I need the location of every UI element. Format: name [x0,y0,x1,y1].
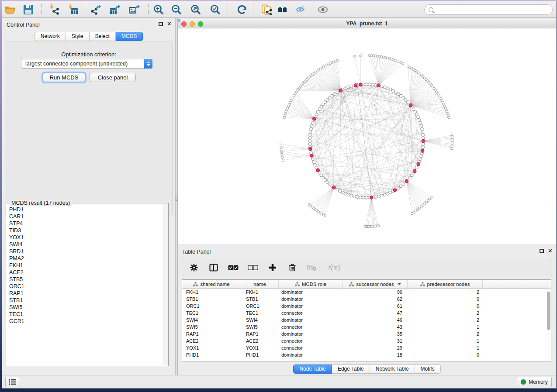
mcds-result-item[interactable]: SRD1 [9,248,163,255]
table-row-YOX1[interactable]: YOX1YOX1connector291 [182,344,551,351]
add-column-button[interactable] [267,262,278,273]
maximize-window-icon[interactable] [198,21,203,27]
hide-selected-button[interactable] [294,3,307,16]
mcds-hub-node[interactable] [310,154,314,158]
export-table-button[interactable] [108,3,121,16]
mcds-result-item[interactable]: STP4 [9,220,163,227]
table-settings-button[interactable] [188,262,200,273]
table-row-RAP1[interactable]: RAP1RAP1dominator352 [182,330,551,337]
clone-network-button[interactable] [260,3,273,16]
close-table-panel-icon[interactable]: ✕ [548,249,553,253]
close-window-icon[interactable] [181,21,187,27]
task-history-button[interactable] [5,377,20,387]
table-row-SWI4[interactable]: SWI4SWI4dominator462 [182,316,551,323]
mcds-hub-node[interactable] [421,149,424,153]
tab-style[interactable]: Style [66,32,90,41]
import-table-button[interactable] [66,3,80,16]
show-all-button[interactable] [316,3,329,16]
mcds-result-item[interactable]: RAP1 [9,290,163,297]
export-network-button[interactable] [89,3,102,16]
mcds-result-item[interactable]: PHD1 [9,206,163,213]
close-panel-icon[interactable]: ✕ [167,22,172,26]
float-table-panel-icon[interactable] [540,249,544,253]
network-canvas[interactable] [178,28,556,244]
memory-button[interactable]: Memory [517,377,552,387]
mcds-hub-node[interactable] [393,189,397,192]
zoom-out-button[interactable] [170,3,183,16]
mcds-result-item[interactable]: STB5 [9,276,163,283]
table-row-PHD1[interactable]: PHD1PHD1dominator180 [182,351,551,358]
mcds-hub-node[interactable] [312,117,316,120]
mcds-result-item[interactable]: FKH1 [9,262,163,269]
mcds-hub-node[interactable] [316,168,320,172]
zoom-fit-button[interactable] [189,3,202,16]
tab-network[interactable]: Network [35,32,66,41]
mcds-result-item[interactable]: SWI5 [9,304,163,311]
tab-mcds[interactable]: MCDS [116,32,143,41]
tab-edge-table[interactable]: Edge Table [332,364,370,374]
mcds-result-item[interactable]: PMA2 [9,255,163,262]
minimize-window-icon[interactable] [190,21,195,27]
column-header-successor-nodes[interactable]: successor nodes [343,280,408,288]
delete-column-button[interactable] [287,262,298,273]
mcds-hub-node[interactable] [308,147,312,151]
mcds-hub-node[interactable] [354,84,357,87]
tab-node-table[interactable]: Node Table [293,364,332,374]
column-header-MCDS-role[interactable]: MCDS role [279,280,343,288]
mcds-result-item[interactable]: ORC1 [9,283,163,290]
mcds-result-item[interactable]: GCR1 [9,318,163,325]
show-columns-button[interactable] [208,262,219,273]
deselect-all-button[interactable] [247,262,259,273]
save-session-button[interactable] [22,3,35,16]
export-image-button[interactable] [128,3,141,16]
select-all-button[interactable] [228,262,239,273]
mcds-hub-node[interactable] [377,84,380,87]
tab-select[interactable]: Select [90,32,116,41]
mcds-hub-node[interactable] [332,186,336,189]
network-graph[interactable] [178,28,557,244]
mcds-hub-node[interactable] [417,162,420,166]
first-neighbors-button[interactable] [276,3,289,16]
open-file-button[interactable] [3,3,17,16]
zoom-selected-button[interactable] [209,3,222,16]
column-header-predecessor-nodes[interactable]: predecessor nodes [408,280,483,288]
resize-corner-handle[interactable] [178,19,180,22]
table-scrollbar[interactable] [546,289,550,361]
mcds-hub-node[interactable] [359,83,363,86]
node-table[interactable]: shared namenameMCDS rolesuccessor nodesp… [182,279,551,361]
mcds-hub-node[interactable] [413,169,416,173]
mcds-result-item[interactable]: YOX1 [9,234,163,241]
import-network-button[interactable] [48,3,61,16]
table-row-ORC1[interactable]: ORC1ORC1dominator610 [182,303,551,309]
table-row-ACE2[interactable]: ACE2ACE2connector311 [182,337,551,344]
run-mcds-button[interactable]: Run MCDS [43,73,85,82]
mcds-result-item[interactable]: SWI4 [9,241,163,248]
mcds-result-item[interactable]: CAR1 [9,213,163,220]
table-row-STB1[interactable]: STB1STB1dominator620 [182,296,551,303]
table-scrollbar-thumb[interactable] [547,292,550,330]
mcds-result-item[interactable]: ACE2 [9,269,163,276]
mcds-hub-node[interactable] [370,196,373,199]
table-row-TEC1[interactable]: TEC1TEC1connector472 [182,309,551,316]
mcds-hub-node[interactable] [422,139,425,143]
tab-motifs[interactable]: Motifs [415,364,441,374]
table-row-FKH1[interactable]: FKH1FKH1dominator962 [182,289,551,296]
column-header-shared-name[interactable]: shared name [182,280,241,288]
column-header-name[interactable]: name [241,280,279,288]
refresh-layout-button[interactable] [235,3,249,16]
mcds-result-item[interactable]: TID3 [9,227,163,234]
float-panel-icon[interactable] [159,22,163,26]
mcds-result-item[interactable]: STB1 [9,297,163,304]
mcds-result-item[interactable]: TEC1 [9,311,163,318]
table-row-SWI5[interactable]: SWI5SWI5connector431 [182,323,551,330]
criterion-dropdown[interactable]: largest connected component (undirected) [21,59,152,69]
tab-network-table[interactable]: Network Table [370,364,415,374]
mcds-hub-node[interactable] [409,103,412,107]
splitter-handle[interactable] [176,195,177,201]
zoom-in-button[interactable] [152,3,165,16]
mcds-hub-node[interactable] [339,89,343,92]
close-panel-button[interactable]: Close panel [90,73,136,82]
search-input[interactable] [433,6,552,14]
mcds-hub-node[interactable] [405,179,408,183]
mcds-result-scrollbar[interactable] [163,204,168,365]
